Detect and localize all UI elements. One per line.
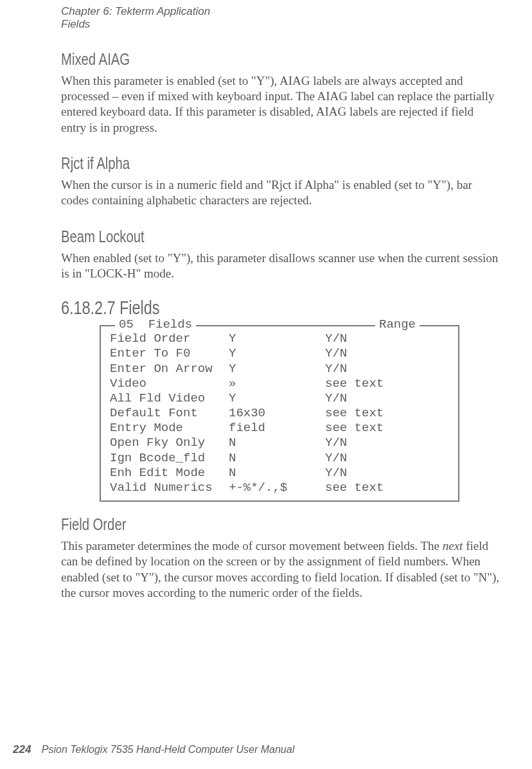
- field-value: N: [229, 436, 325, 450]
- field-range: Y/N: [325, 436, 449, 450]
- text-field-order-pre: This parameter determines the mode of cu…: [61, 539, 443, 552]
- field-name: Enh Edit Mode: [110, 466, 229, 481]
- heading-field-order: Field Order: [61, 515, 403, 535]
- field-name: Field Order: [110, 331, 229, 346]
- field-value: Y: [229, 391, 325, 406]
- field-range: see text: [325, 421, 449, 436]
- page-header: Chapter 6: Tekterm Application Fields: [61, 0, 500, 31]
- text-field-order: This parameter determines the mode of cu…: [61, 538, 500, 601]
- field-name: All Fld Video: [110, 391, 229, 406]
- table-row: Valid Numerics +-%*/.,$ see text: [110, 481, 449, 495]
- field-name: Valid Numerics: [110, 481, 229, 495]
- field-value: N: [229, 451, 325, 466]
- page-number: 224: [13, 743, 31, 756]
- field-value: Y: [229, 331, 325, 346]
- heading-fields: 6.18.2.7 Fields: [61, 297, 403, 319]
- text-beam-lockout: When enabled (set to "Y"), this paramete…: [61, 251, 500, 282]
- field-range: Y/N: [325, 331, 449, 346]
- table-row: All Fld Video Y Y/N: [110, 391, 449, 406]
- panel-legend-left: 05 Fields: [115, 317, 196, 332]
- table-row: Enh Edit Mode N Y/N: [110, 466, 449, 481]
- table-row: Entry Mode field see text: [110, 421, 449, 436]
- field-range: see text: [325, 481, 449, 495]
- field-range: Y/N: [325, 466, 449, 481]
- fields-panel-wrap: 05 Fields Range Field Order Y Y/N Enter …: [100, 325, 459, 502]
- header-chapter: Chapter 6: Tekterm Application: [61, 5, 500, 18]
- field-value: N: [229, 466, 325, 481]
- field-value: field: [229, 421, 325, 436]
- panel-legend-title: Fields: [148, 317, 192, 331]
- table-row: Default Font 16x30 see text: [110, 406, 449, 421]
- field-name: Enter On Arrow: [110, 362, 229, 376]
- table-row: Open Fky Only N Y/N: [110, 436, 449, 450]
- field-name: Video: [110, 376, 229, 391]
- field-range: Y/N: [325, 346, 449, 361]
- field-name: Entry Mode: [110, 421, 229, 436]
- fields-panel: 05 Fields Range Field Order Y Y/N Enter …: [100, 325, 459, 502]
- field-range: Y/N: [325, 362, 449, 376]
- field-value: 16x30: [229, 406, 325, 421]
- field-value: +-%*/.,$: [229, 481, 325, 495]
- manual-title: Psion Teklogix 7535 Hand-Held Computer U…: [42, 744, 294, 755]
- table-row: Video » see text: [110, 376, 449, 391]
- field-range: see text: [325, 376, 449, 391]
- heading-mixed-aiag: Mixed AIAG: [61, 49, 403, 69]
- field-value: Y: [229, 362, 325, 376]
- header-section: Fields: [61, 18, 500, 31]
- panel-legend-right: Range: [375, 317, 420, 332]
- field-value: Y: [229, 346, 325, 361]
- table-row: Ign Bcode_fld N Y/N: [110, 451, 449, 466]
- field-range: Y/N: [325, 451, 449, 466]
- page-footer: 224 Psion Teklogix 7535 Hand-Held Comput…: [13, 743, 294, 756]
- table-row: Field Order Y Y/N: [110, 331, 449, 346]
- panel-legend-number: 05: [119, 317, 134, 331]
- field-range: Y/N: [325, 391, 449, 406]
- table-row: Enter On Arrow Y Y/N: [110, 362, 449, 376]
- table-row: Enter To F0 Y Y/N: [110, 346, 449, 361]
- field-name: Open Fky Only: [110, 436, 229, 450]
- text-field-order-em: next: [443, 539, 463, 552]
- field-name: Enter To F0: [110, 346, 229, 361]
- heading-rjct-if-alpha: Rjct if Alpha: [61, 154, 403, 173]
- heading-beam-lockout: Beam Lockout: [61, 227, 403, 247]
- text-rjct-if-alpha: When the cursor is in a numeric field an…: [61, 177, 500, 209]
- text-mixed-aiag: When this parameter is enabled (set to "…: [61, 73, 500, 136]
- field-name: Default Font: [110, 406, 229, 421]
- field-value: »: [229, 376, 325, 391]
- field-range: see text: [325, 406, 449, 421]
- field-name: Ign Bcode_fld: [110, 451, 229, 466]
